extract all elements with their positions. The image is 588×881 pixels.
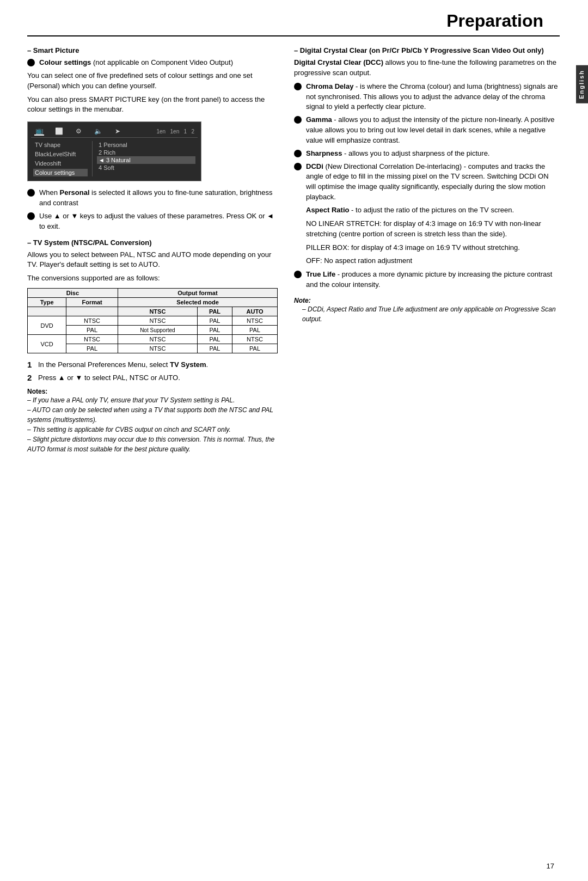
gamma-content: Gamma - allows you to adjust the intensi… xyxy=(306,115,560,146)
gamma-bullet: Gamma - allows you to adjust the intensi… xyxy=(294,115,560,146)
table-cell-vcd-ntsc: NTSC xyxy=(66,335,118,344)
personal-bold: Personal xyxy=(60,188,90,197)
menu-body: TV shape BlackLevelShift Videoshift Colo… xyxy=(31,140,198,178)
menu-icon-settings: ⚙ xyxy=(74,127,83,135)
table-header-disc: Disc xyxy=(28,289,118,298)
colour-settings-bold: Colour settings xyxy=(39,58,91,66)
use-or-text: Use ▲ or ▼ keys to adjust the values of … xyxy=(39,212,274,230)
note2: – AUTO can only be selected when using a… xyxy=(27,405,278,425)
colour-para1: You can select one of five predefined se… xyxy=(27,71,278,91)
table-empty1 xyxy=(28,307,66,316)
bullet-dot-personal xyxy=(27,189,35,197)
table-cell-ntsc-ntsc: NTSC xyxy=(118,316,197,326)
conversion-table: Disc Output format Type Format Selected … xyxy=(27,288,278,353)
truelife-text: - produces a more dynamic picture by inc… xyxy=(306,270,552,289)
table-cell-dvd: DVD xyxy=(28,316,66,335)
tv-system-para2: The conversions supported are as follows… xyxy=(27,273,278,284)
sharpness-text: - allows you to adjust sharpness of the … xyxy=(344,149,489,157)
right-note-block: Note: – DCDi, Aspect Ratio and True Life… xyxy=(294,297,560,324)
dcc-heading: – Digital Crystal Clear (on Pr/Cr Pb/Cb … xyxy=(294,46,560,54)
piller-box-text: PILLER BOX: for display of 4:3 image on … xyxy=(294,243,560,253)
menu-counters: 1en 1en 1 2 xyxy=(157,129,195,134)
dcdi-bold: DCDi xyxy=(306,162,323,170)
tv-system-heading: TV System (NTSC/PAL Conversion) xyxy=(27,238,278,247)
table-cell-ntsc-auto: NTSC xyxy=(232,316,278,326)
bullet-dot xyxy=(27,59,35,66)
step-num-1: 1 xyxy=(27,360,38,369)
dcc-intro: Digital Crystal Clear (DCC) allows you t… xyxy=(294,58,560,78)
step2-content: Press ▲ or ▼ to select PAL, NTSC or AUTO… xyxy=(38,373,278,383)
sharpness-content: Sharpness - allows you to adjust sharpne… xyxy=(306,149,560,159)
table-row: VCD NTSC NTSC PAL NTSC xyxy=(28,335,278,344)
table-cell-ntsc-pal: PAL xyxy=(197,316,232,326)
right-note-text: – DCDi, Aspect Ratio and True Life adjus… xyxy=(294,304,560,324)
sharpness-bullet: Sharpness - allows you to adjust sharpne… xyxy=(294,149,560,159)
menu-left-item-2: BlackLevelShift xyxy=(33,150,88,158)
table-pal-header: PAL xyxy=(197,307,232,316)
personal-bullet-content: When Personal is selected it allows you … xyxy=(39,188,278,209)
off-text: OFF: No aspect ration adjustment xyxy=(294,256,560,266)
bullet-dot-gamma xyxy=(294,116,302,124)
menu-left-item-3: Videoshift xyxy=(33,160,88,167)
use-bullet-content: Use ▲ or ▼ keys to adjust the values of … xyxy=(39,211,278,232)
notes-block: Notes: – If you have a PAL only TV, ensu… xyxy=(27,388,278,454)
bullet-dot-sharpness xyxy=(294,150,302,157)
menu-icon-tv: 📺 xyxy=(34,127,44,136)
menu-left-item-4: Colour settings xyxy=(33,169,88,176)
table-cell-pal1: PAL xyxy=(66,326,118,335)
smart-picture-heading: Smart Picture xyxy=(27,46,278,54)
menu-left-item-1: TV shape xyxy=(33,141,88,149)
right-column: – Digital Crystal Clear (on Pr/Cr Pb/Cb … xyxy=(294,46,560,454)
table-cell-vcd-pal: PAL xyxy=(66,344,118,353)
table-cell-pal-pal: PAL xyxy=(197,326,232,335)
left-column: Smart Picture Colour settings (not appli… xyxy=(27,46,278,454)
chroma-bullet: Chroma Delay - is where the Chroma (colo… xyxy=(294,82,560,113)
table-cell-vcd: VCD xyxy=(28,335,66,353)
dcc-sub-heading: Digital Crystal Clear (DCC) xyxy=(294,58,383,66)
gamma-text: - allows you to adjust the intensity of … xyxy=(306,115,554,144)
bullet-dot-use xyxy=(27,212,35,220)
sharpness-bold: Sharpness xyxy=(306,149,342,157)
gamma-bold: Gamma xyxy=(306,115,332,124)
table-empty2 xyxy=(66,307,118,316)
table-cell-vcd-ntsc-auto: NTSC xyxy=(232,335,278,344)
step1: 1 In the Personal Preferences Menu, sele… xyxy=(27,360,278,370)
no-linear-text: NO LINEAR STRETCH: for display of 4:3 im… xyxy=(294,219,560,240)
right-note-label: Note: xyxy=(294,297,560,304)
note3: – This setting is applicable for CVBS ou… xyxy=(27,425,278,435)
chroma-content: Chroma Delay - is where the Chroma (colo… xyxy=(306,82,560,113)
step1-bold: TV System xyxy=(170,360,206,369)
page-number: 17 xyxy=(547,862,554,870)
menu-right-item-4: 4 Soft xyxy=(97,164,195,172)
dcdi-content: DCDi (New Directional Correlation De-int… xyxy=(306,162,560,203)
note4: – Slight picture distortions may occur d… xyxy=(27,435,278,454)
bullet-dot-truelife xyxy=(294,271,302,278)
dcdi-bullet: DCDi (New Directional Correlation De-int… xyxy=(294,162,560,203)
table-cell-vcd-pal-ntsc: NTSC xyxy=(118,344,197,353)
table-cell-not-supported: Not Supported xyxy=(118,326,197,335)
note1: – If you have a PAL only TV, ensure that… xyxy=(27,395,278,405)
table-cell-ntsc1: NTSC xyxy=(66,316,118,326)
aspect-ratio-para: Aspect Ratio - to adjust the ratio of th… xyxy=(294,205,560,216)
menu-right-item-1: 1 Personal xyxy=(97,141,195,149)
aspect-ratio-text: - to adjust the ratio of the pictures on… xyxy=(351,206,514,214)
colour-settings-item: Colour settings (not applicable on Compo… xyxy=(27,58,278,68)
table-cell-vcd-ntsc-ntsc: NTSC xyxy=(118,335,197,344)
notes-label: Notes: xyxy=(27,388,278,395)
table-cell-vcd-ntsc-pal: PAL xyxy=(197,335,232,344)
page-title: Preparation xyxy=(27,11,560,36)
table-auto-header: AUTO xyxy=(232,307,278,316)
menu-right-col: 1 Personal 2 Rich ◄ 3 Natural 4 Soft xyxy=(92,141,195,176)
menu-right-item-3: ◄ 3 Natural xyxy=(97,156,195,164)
bullet-dot-dcdi xyxy=(294,163,302,170)
table-header-output: Output format xyxy=(118,289,277,298)
colour-settings-note: (not applicable on Component Video Outpu… xyxy=(93,58,233,66)
table-sub-selected: Selected mode xyxy=(118,298,277,307)
truelife-bold: True Life xyxy=(306,270,335,278)
menu-top-bar: 📺 ⬜ ⚙ 🔈 ➤ 1en 1en 1 2 xyxy=(31,125,198,138)
tv-system-para1: Allows you to select between PAL, NTSC a… xyxy=(27,250,278,271)
table-cell-vcd-pal-auto: PAL xyxy=(232,344,278,353)
step1-content: In the Personal Preferences Menu, select… xyxy=(38,360,278,370)
menu-icon-speaker: 🔈 xyxy=(93,127,103,135)
step2: 2 Press ▲ or ▼ to select PAL, NTSC or AU… xyxy=(27,373,278,383)
